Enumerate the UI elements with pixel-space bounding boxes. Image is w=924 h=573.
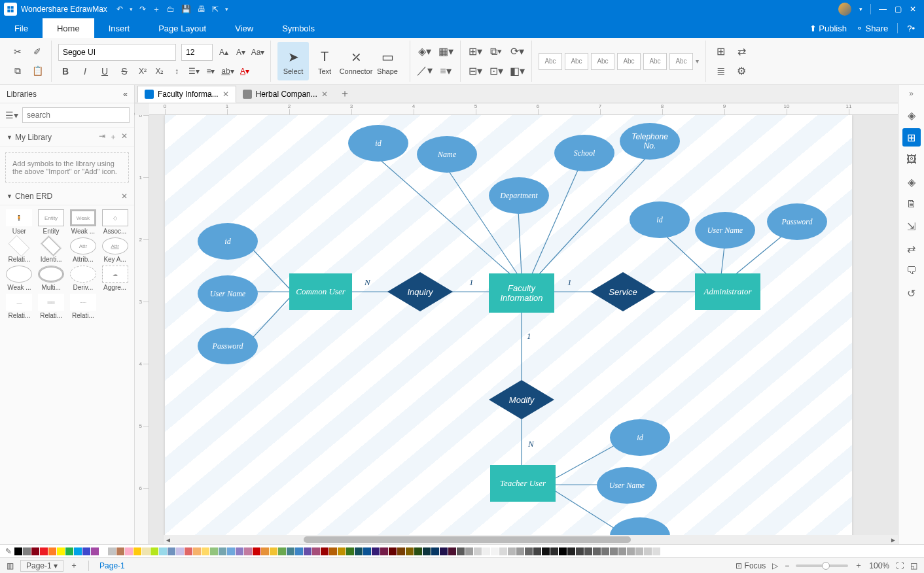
line-icon[interactable]: ／▾ bbox=[417, 63, 433, 78]
shape-entity[interactable]: EntityEntity bbox=[36, 209, 67, 235]
color-swatch[interactable] bbox=[414, 547, 422, 555]
copy-icon[interactable]: ⧉ bbox=[10, 63, 25, 78]
color-swatch[interactable] bbox=[116, 547, 124, 555]
qat-dropdown-icon[interactable]: ▾ bbox=[130, 6, 133, 12]
color-swatch[interactable] bbox=[363, 547, 371, 555]
zoom-level[interactable]: 100% bbox=[869, 561, 889, 570]
color-swatch[interactable] bbox=[567, 547, 575, 555]
fill-icon[interactable]: ◈▾ bbox=[417, 44, 433, 60]
color-swatch[interactable] bbox=[474, 547, 482, 555]
color-swatch[interactable] bbox=[82, 547, 90, 555]
library-menu-icon[interactable]: ☰▾ bbox=[5, 110, 18, 120]
style-preset[interactable]: Abc bbox=[539, 53, 562, 70]
scroll-thumb[interactable] bbox=[304, 536, 631, 543]
color-swatch[interactable] bbox=[584, 547, 592, 555]
color-swatch[interactable] bbox=[593, 547, 601, 555]
open-icon[interactable]: 🗀 bbox=[167, 5, 175, 14]
shape-line3[interactable]: ┄┄Relati... bbox=[68, 294, 99, 319]
horizontal-scrollbar[interactable]: ◄ ► bbox=[164, 535, 898, 544]
color-swatch[interactable] bbox=[312, 547, 320, 555]
add-icon[interactable]: ＋ bbox=[109, 131, 117, 143]
strike-icon[interactable]: S bbox=[117, 64, 132, 78]
color-swatch[interactable] bbox=[168, 547, 175, 555]
doc-tab[interactable]: Herbal Compan... ✕ bbox=[236, 86, 334, 103]
color-swatch[interactable] bbox=[99, 547, 107, 555]
zoom-in-button[interactable]: ＋ bbox=[855, 560, 862, 571]
attr-ellipse[interactable]: User Name bbox=[597, 467, 657, 504]
shape-ident[interactable]: Identi... bbox=[36, 237, 67, 263]
color-swatch[interactable] bbox=[618, 547, 626, 555]
rel-service[interactable]: Service bbox=[590, 272, 656, 311]
attr-ellipse[interactable]: User Name bbox=[198, 275, 258, 312]
shape-aggre[interactable]: ☁Aggre... bbox=[99, 266, 130, 291]
font-name-select[interactable] bbox=[58, 44, 176, 61]
menu-insert[interactable]: Insert bbox=[94, 18, 145, 38]
color-swatch[interactable] bbox=[355, 547, 363, 555]
shape-tool[interactable]: ▭Shape bbox=[372, 42, 403, 80]
color-swatch[interactable] bbox=[48, 547, 56, 555]
color-swatch[interactable] bbox=[270, 547, 277, 555]
scroll-right-icon[interactable]: ► bbox=[889, 536, 898, 544]
zoom-out-button[interactable]: − bbox=[785, 561, 789, 570]
attr-ellipse[interactable]: Password bbox=[767, 203, 827, 240]
color-swatch[interactable] bbox=[329, 547, 337, 555]
format-painter-icon[interactable]: ✐ bbox=[30, 44, 44, 59]
font-size-select[interactable] bbox=[181, 44, 213, 61]
color-swatch[interactable] bbox=[304, 547, 311, 555]
font-increase-icon[interactable]: A▴ bbox=[218, 46, 230, 58]
rotate-icon[interactable]: ⟳▾ bbox=[509, 44, 525, 60]
color-swatch[interactable] bbox=[210, 547, 218, 555]
color-swatch[interactable] bbox=[372, 547, 380, 555]
menu-view[interactable]: View bbox=[221, 18, 268, 38]
save-icon[interactable]: 💾 bbox=[181, 5, 191, 14]
color-swatch[interactable] bbox=[508, 547, 516, 555]
color-swatch[interactable] bbox=[219, 547, 226, 555]
attr-ellipse[interactable]: User Name bbox=[695, 212, 755, 249]
color-swatch[interactable] bbox=[185, 547, 192, 555]
color-swatch[interactable] bbox=[287, 547, 294, 555]
font-decrease-icon[interactable]: A▾ bbox=[235, 46, 247, 58]
color-swatch[interactable] bbox=[23, 547, 31, 555]
share-button[interactable]: ⚬ Share bbox=[856, 24, 888, 33]
align-icon[interactable]: ⊞▾ bbox=[467, 44, 483, 60]
color-swatch[interactable] bbox=[14, 547, 22, 555]
attr-ellipse[interactable]: Password bbox=[198, 328, 258, 364]
close-tab-icon[interactable]: ✕ bbox=[222, 90, 229, 99]
color-swatch[interactable] bbox=[448, 547, 456, 555]
order-icon[interactable]: ◧▾ bbox=[509, 63, 525, 78]
color-swatch[interactable] bbox=[321, 547, 329, 555]
color-swatch[interactable] bbox=[65, 547, 73, 555]
color-swatch[interactable] bbox=[193, 547, 201, 555]
layers-panel-icon[interactable]: ◈ bbox=[902, 173, 921, 191]
attr-ellipse[interactable]: id bbox=[610, 419, 670, 456]
style-more-icon[interactable]: ▾ bbox=[696, 58, 699, 65]
search-input[interactable] bbox=[22, 107, 130, 123]
style-preset[interactable]: Abc bbox=[669, 53, 693, 70]
style-preset[interactable]: Abc bbox=[617, 53, 641, 70]
add-page-button[interactable]: ＋ bbox=[63, 560, 84, 571]
color-swatch[interactable] bbox=[253, 547, 260, 555]
style-preset[interactable]: Abc bbox=[565, 53, 588, 70]
color-swatch[interactable] bbox=[465, 547, 473, 555]
line-spacing-icon[interactable]: ↕ bbox=[171, 65, 183, 77]
color-swatch[interactable] bbox=[559, 547, 567, 555]
connector-tool[interactable]: ⤫Connector bbox=[340, 42, 372, 80]
chen-erd-section[interactable]: ▼ Chen ERD ✕ bbox=[0, 188, 134, 205]
redo-icon[interactable]: ↷ bbox=[139, 5, 146, 14]
eyedropper-icon[interactable]: ✎ bbox=[3, 547, 14, 556]
page-indicator[interactable]: Page-1 bbox=[93, 561, 132, 570]
color-swatch[interactable] bbox=[227, 547, 235, 555]
color-swatch[interactable] bbox=[74, 547, 82, 555]
numbering-icon[interactable]: ≡▾ bbox=[205, 65, 217, 77]
color-swatch[interactable] bbox=[542, 547, 550, 555]
help-button[interactable]: ?• bbox=[907, 24, 915, 33]
color-swatch[interactable] bbox=[525, 547, 533, 555]
bullets-icon[interactable]: ☰▾ bbox=[188, 65, 200, 77]
shape-attrib[interactable]: AttrAttrib... bbox=[68, 237, 99, 263]
rel-modify[interactable]: Modify bbox=[489, 380, 554, 419]
group-icon[interactable]: ⧉▾ bbox=[488, 44, 504, 60]
options-icon[interactable]: ⚙ bbox=[734, 63, 749, 78]
color-swatch[interactable] bbox=[644, 547, 652, 555]
import-icon[interactable]: ⇥ bbox=[99, 131, 105, 143]
entity-administrator[interactable]: Administrator bbox=[695, 273, 760, 310]
